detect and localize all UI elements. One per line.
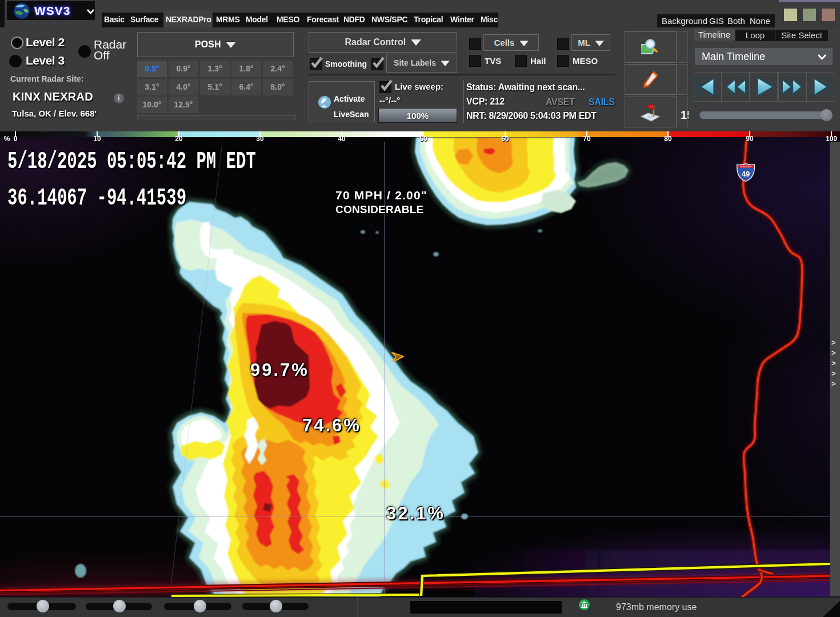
svg-text:49: 49 — [742, 170, 750, 178]
svg-text:INTERSTATE: INTERSTATE — [740, 166, 752, 168]
